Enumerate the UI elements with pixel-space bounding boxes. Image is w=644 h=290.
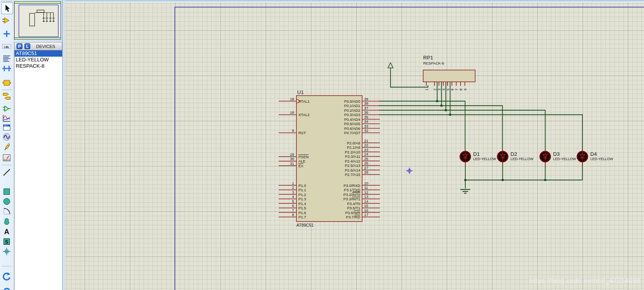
overview-window[interactable]	[14, 1, 61, 40]
rotate-anticlockwise-icon	[2, 286, 11, 290]
rp1-pin-number: 4	[442, 89, 446, 91]
svg-text:S: S	[5, 239, 8, 245]
led-ref: D1	[473, 151, 480, 157]
component-d1[interactable]: D1LED-YELLOW	[460, 150, 496, 165]
u1-pin-label: P1.6	[298, 211, 306, 215]
u1-pin-label: P1.4	[298, 201, 306, 206]
wire-junction	[502, 179, 504, 181]
2d-box-button[interactable]	[1, 186, 12, 197]
component-d3[interactable]: D3LED-YELLOW	[540, 150, 576, 165]
u1-part: AT89C51	[296, 223, 314, 227]
rotate-clockwise-button[interactable]	[1, 271, 12, 282]
led-part: LED-YELLOW	[473, 157, 496, 161]
2d-closed-path-button[interactable]	[1, 216, 12, 227]
overview-minimap	[15, 2, 61, 39]
junction-dot-mode-button[interactable]	[1, 28, 12, 39]
wire[interactable]	[379, 101, 465, 150]
ground-terminal[interactable]	[461, 190, 470, 194]
u1-pin-number: 27	[364, 166, 368, 170]
symbol-icon: S	[2, 237, 11, 246]
toolbar-grip[interactable]	[1, 0, 13, 2]
rp1-body[interactable]	[423, 70, 475, 82]
text-icon: A	[2, 227, 11, 236]
toolbar-divider	[2, 90, 12, 91]
u1-pin-number: 2	[292, 185, 294, 190]
2d-arc-button[interactable]	[1, 206, 12, 217]
instrument-icon	[2, 153, 11, 162]
schematic-layer: 123456789RP1RESPACK-8U1AT89C5119XTAL118X…	[0, 0, 644, 290]
component-d4[interactable]: D4LED-YELLOW	[577, 150, 614, 165]
u1-pin-label: P0.1/AD1	[344, 103, 360, 108]
terminals-mode-button[interactable]	[1, 91, 12, 102]
selection-mode-button[interactable]	[1, 2, 13, 14]
u1-pin-label: P3.7/RD	[346, 215, 360, 219]
subcircuit-mode-button[interactable]	[1, 77, 12, 88]
u1-pin-number: 12	[364, 190, 368, 194]
marker-icon	[2, 247, 11, 256]
u1-pin-label: P0.4/AD4	[344, 117, 360, 122]
u1-pin-label: P3.3/INT1	[343, 197, 360, 201]
rp1-pin-number: 5	[446, 89, 450, 91]
u1-pin-label: P0.0/AD0	[344, 99, 360, 103]
wire[interactable]	[379, 115, 583, 150]
wire[interactable]	[379, 106, 503, 150]
library-button[interactable]: L	[24, 43, 30, 49]
wire-junction	[436, 100, 438, 102]
u1-pin-number: 5	[292, 199, 294, 203]
text-script-mode-button[interactable]	[1, 53, 12, 64]
u1-pin-number: 8	[292, 212, 294, 217]
svg-text:A: A	[4, 228, 9, 236]
u1-pin-label: P1.1	[298, 188, 306, 192]
2d-text-button[interactable]: A	[1, 226, 12, 237]
u1-ref: U1	[297, 89, 304, 95]
u1-pin-label: P3.4/T0	[347, 201, 360, 206]
wire[interactable]	[379, 110, 545, 150]
u1-pin-label: PSEN	[298, 155, 309, 159]
left-panel: LBL	[0, 0, 63, 290]
u1-pin-label: XTAL2	[298, 113, 309, 117]
component-rp1[interactable]: 123456789RP1RESPACK-8	[423, 55, 475, 91]
u1-pin-number: 23	[364, 148, 368, 152]
buses-mode-button[interactable]	[1, 63, 12, 74]
u1-pin-label: P3.2/INT0	[343, 192, 360, 197]
device-list-item[interactable]: RESPACK-8	[15, 63, 62, 69]
component-u1[interactable]: U1AT89C5119XTAL118XTAL29RST29PSEN30ALE31…	[279, 89, 380, 227]
component-d2[interactable]: D2LED-YELLOW	[498, 150, 534, 165]
device-list-item[interactable]: AT89C51	[15, 50, 62, 57]
u1-pin-number: 1	[292, 181, 294, 185]
2d-line-button[interactable]	[1, 167, 12, 178]
u1-pin-label: P2.5/A13	[345, 163, 360, 168]
wire[interactable]	[390, 68, 428, 87]
rp1-ref: RP1	[423, 55, 433, 61]
u1-pin-number: 10	[364, 181, 368, 185]
panel-splitter[interactable]	[62, 0, 65, 290]
rotate-anticlockwise-button[interactable]	[1, 286, 12, 290]
led-ref: D4	[590, 151, 597, 157]
component-mode-button[interactable]	[1, 15, 12, 26]
pick-devices-button[interactable]: P	[17, 43, 22, 49]
u1-pin-label: P1.7	[298, 215, 306, 219]
wire-junction	[449, 114, 451, 116]
wire-label-mode-button[interactable]: LBL	[1, 41, 12, 52]
u1-pin-label: P2.0/A8	[347, 141, 360, 145]
u1-pin-number: 39	[364, 97, 368, 101]
svg-text:LBL: LBL	[4, 46, 9, 48]
generator-icon	[2, 133, 11, 141]
u1-pin-number: 30	[290, 157, 294, 161]
u1-pin-number: 4	[292, 194, 294, 199]
device-list-item[interactable]: LED-YELLOW	[15, 57, 62, 63]
script-icon	[2, 54, 11, 63]
2d-symbol-button[interactable]: S	[1, 236, 12, 247]
u1-pin-number: 36	[364, 110, 368, 115]
2d-marker-button[interactable]	[1, 246, 12, 257]
generator-mode-button[interactable]	[1, 131, 12, 142]
2d-circle-button[interactable]	[1, 196, 12, 207]
u1-pin-label: P3.1/TXD	[344, 188, 360, 192]
u1-pin-number: 9	[292, 128, 294, 133]
canvas-top-edge	[62, 0, 644, 2]
virtual-instruments-mode-button[interactable]	[1, 152, 12, 163]
power-terminal[interactable]	[388, 63, 393, 68]
u1-pin-label: P1.0	[298, 183, 306, 188]
voltage-probe-mode-button[interactable]	[1, 142, 12, 153]
rp1-pin-number: 9	[463, 89, 467, 91]
